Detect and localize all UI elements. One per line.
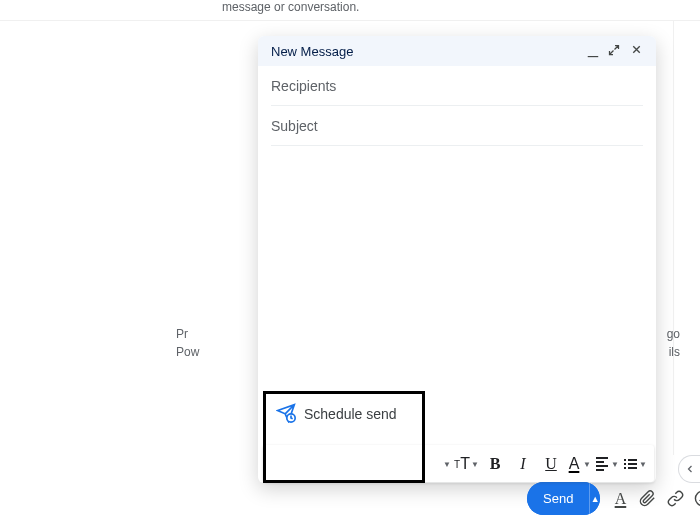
align-left-icon	[596, 457, 608, 471]
caret-down-1[interactable]: ▼	[426, 451, 452, 477]
background-text-right: go ils	[667, 325, 680, 361]
bottom-toolbar: Send ▲ A	[521, 478, 700, 519]
schedule-send-label: Schedule send	[304, 406, 397, 422]
close-icon[interactable]	[630, 43, 643, 59]
schedule-send-menu-item[interactable]: Schedule send	[268, 395, 420, 433]
subject-field[interactable]: Subject	[271, 106, 643, 146]
window-controls: _	[588, 42, 643, 60]
attach-file-button[interactable]	[635, 484, 660, 514]
minimize-icon[interactable]: _	[588, 38, 598, 56]
send-button[interactable]: Send	[527, 482, 589, 515]
svg-point-0	[695, 491, 700, 505]
font-size-button[interactable]: TT ▼	[454, 451, 480, 477]
compose-header[interactable]: New Message _	[258, 36, 656, 66]
bullet-list-icon	[624, 459, 637, 469]
insert-emoji-button[interactable]	[690, 484, 700, 514]
schedule-send-icon	[276, 403, 296, 426]
side-panel-toggle[interactable]	[678, 455, 700, 483]
list-button[interactable]: ▼	[622, 451, 648, 477]
top-divider	[0, 20, 700, 21]
send-options-dropdown[interactable]: ▲	[589, 482, 599, 515]
send-button-group: Send ▲	[527, 482, 600, 515]
formatting-toolbar: ▼ TT ▼ B I U A▼ ▼ ▼	[263, 445, 654, 482]
align-button[interactable]: ▼	[594, 451, 620, 477]
compose-fields: Recipients Subject	[258, 66, 656, 146]
italic-button[interactable]: I	[510, 451, 536, 477]
bold-button[interactable]: B	[482, 451, 508, 477]
right-divider	[673, 20, 674, 455]
expand-icon[interactable]	[608, 43, 620, 59]
background-text-top: message or conversation.	[222, 0, 359, 14]
underline-button[interactable]: U	[538, 451, 564, 477]
background-text-left: Pr Pow	[176, 325, 199, 361]
compose-title: New Message	[271, 44, 353, 59]
formatting-options-button[interactable]: A	[608, 484, 633, 514]
recipients-field[interactable]: Recipients	[271, 66, 643, 106]
insert-link-button[interactable]	[662, 484, 687, 514]
text-color-button[interactable]: A▼	[566, 451, 592, 477]
